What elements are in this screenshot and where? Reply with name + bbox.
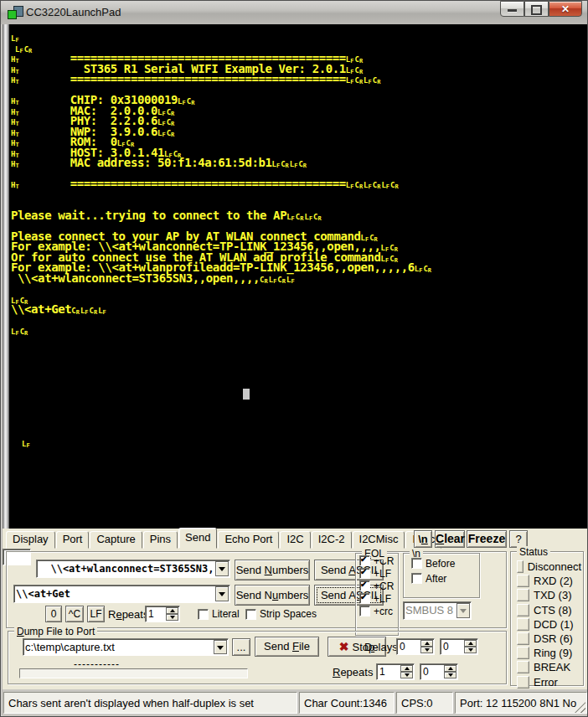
- checkbox-icon[interactable]: [245, 609, 256, 620]
- eol-checkbox-row[interactable]: +LF: [359, 593, 398, 604]
- send-history-combo-2[interactable]: \\<at+Get: [13, 585, 230, 603]
- status-indicator-row: DSR (6): [517, 632, 581, 646]
- dump-progress-bar: [19, 668, 248, 678]
- spin-down-button[interactable]: [166, 614, 178, 621]
- led-indicator-icon: [517, 632, 529, 645]
- newline-checkbox-row[interactable]: Before: [411, 558, 479, 569]
- checkbox-icon[interactable]: [359, 593, 370, 604]
- dump-repeats-label: Repeats: [333, 666, 373, 678]
- spin-down-button[interactable]: [420, 647, 433, 653]
- delay-value-1[interactable]: 0: [400, 641, 405, 653]
- dump-repeats-value[interactable]: 1: [379, 666, 385, 678]
- window-title: CC3220LaunchPad: [26, 6, 121, 18]
- newline-checkbox-row[interactable]: After: [411, 573, 479, 584]
- send-file-button[interactable]: Send File: [255, 637, 319, 657]
- tab[interactable]: Display: [6, 531, 55, 549]
- send-history-value-1[interactable]: \\<at+wlanconnect=ST365SN3,,open,,,,: [39, 562, 214, 575]
- delay-value-2[interactable]: 0: [443, 641, 449, 653]
- led-indicator-icon: [517, 604, 529, 616]
- app-icon-front: [8, 10, 17, 19]
- minimize-button[interactable]: [500, 1, 524, 17]
- tab[interactable]: Port: [56, 531, 90, 549]
- repeats-spinner[interactable]: 1: [145, 606, 180, 622]
- eol-checkbox-row[interactable]: +crc: [359, 606, 398, 616]
- clear-button[interactable]: Clear: [435, 530, 465, 548]
- checkbox-icon[interactable]: [359, 580, 370, 591]
- spin-down-button[interactable]: [444, 672, 456, 678]
- close-button[interactable]: ✕: [549, 1, 582, 17]
- spin-up-button[interactable]: [464, 640, 477, 647]
- terminal-display[interactable]: LFLFCRHT================================…: [3, 24, 587, 529]
- maximize-button[interactable]: [524, 1, 549, 17]
- spin-up-icon: [468, 642, 473, 645]
- send-history-combo-1[interactable]: \\<at+wlanconnect=ST365SN3,,open,,,,: [36, 560, 230, 578]
- status-group: Status DisconnectRXD (2)TXD (3)CTS (8)DC…: [510, 551, 584, 686]
- checkbox-icon[interactable]: [359, 568, 370, 579]
- send-numbers-button-1[interactable]: Send Numbers: [235, 560, 310, 580]
- repeats-value[interactable]: 1: [148, 608, 154, 620]
- delay-spinner-2[interactable]: 0: [440, 638, 478, 655]
- strip-spaces-checkbox[interactable]: Strip Spaces: [245, 608, 317, 620]
- freeze-button[interactable]: Freeze: [467, 530, 507, 548]
- checkbox-icon[interactable]: [359, 555, 370, 566]
- tab[interactable]: Echo Port: [218, 531, 279, 549]
- tab[interactable]: Pins: [143, 531, 178, 549]
- status-indicator-row: DCD (1): [517, 617, 581, 632]
- combo2-dropdown-button[interactable]: [215, 586, 229, 601]
- eol-checkbox-row[interactable]: +LF: [359, 568, 398, 579]
- status-indicator-row: BREAK: [517, 660, 581, 674]
- spin-up-button[interactable]: [400, 665, 413, 672]
- newline-toggle-button[interactable]: \n: [414, 530, 432, 548]
- tab-strip: DisplayPortCapturePinsSendEcho PortI2CI2…: [6, 528, 442, 549]
- dump-extra-value[interactable]: 0: [423, 666, 429, 678]
- checkbox-icon[interactable]: [359, 606, 370, 616]
- app-window: CC3220LaunchPad ✕ LFLFCRHT==============…: [0, 0, 588, 717]
- status-indicator-row: CTS (8): [517, 603, 581, 617]
- delay-spinner-1[interactable]: 0: [396, 638, 435, 655]
- send-numbers-button-2[interactable]: Send Numbers: [235, 585, 310, 606]
- spin-down-button[interactable]: [400, 672, 413, 678]
- dump-file-path[interactable]: c:\temp\capture.txt: [25, 641, 213, 653]
- tab[interactable]: I2C: [280, 531, 310, 549]
- spin-up-button[interactable]: [166, 607, 178, 614]
- send-lf-button[interactable]: LF: [87, 606, 105, 622]
- tab[interactable]: Send: [178, 528, 217, 549]
- statusbar-cps: CPS:0: [396, 692, 453, 714]
- dump-file-combo[interactable]: c:\temp\capture.txt: [23, 638, 229, 656]
- literal-checkbox[interactable]: Literal: [198, 608, 240, 620]
- smbus-select[interactable]: SMBUS 8: [403, 601, 472, 620]
- dump-extra-spinner[interactable]: 0: [420, 663, 458, 680]
- spin-up-icon: [170, 609, 175, 612]
- dump-repeats-spinner[interactable]: 1: [376, 663, 415, 680]
- spin-down-icon: [170, 616, 175, 619]
- dump-file-dropdown-button[interactable]: [214, 640, 227, 654]
- eol-checkbox-row[interactable]: +CR: [359, 580, 398, 591]
- terminal-left-scrollbar[interactable]: [3, 24, 9, 529]
- stop-x-icon: ✖: [339, 640, 349, 653]
- send-history-value-2[interactable]: \\<at+Get: [16, 587, 214, 601]
- send-zero-button[interactable]: 0: [45, 606, 62, 622]
- minimize-icon: [508, 9, 517, 12]
- checkbox-icon[interactable]: [198, 609, 209, 620]
- tab[interactable]: I2CMisc: [353, 531, 405, 549]
- close-icon: ✕: [549, 3, 581, 15]
- combo1-dropdown-button[interactable]: [215, 561, 229, 576]
- led-indicator-icon: [517, 676, 529, 689]
- spin-down-icon: [405, 673, 410, 677]
- send-ctrl-c-button[interactable]: ^C: [65, 606, 84, 622]
- title-bar[interactable]: CC3220LaunchPad ✕: [1, 1, 587, 24]
- terminal-lines: LFLFCRHT================================…: [11, 32, 587, 336]
- spin-up-button[interactable]: [444, 665, 456, 672]
- browse-file-button[interactable]: ...: [232, 638, 250, 656]
- tab[interactable]: I2C-2: [312, 531, 352, 549]
- status-indicator-row: Error: [517, 675, 581, 689]
- checkbox-icon[interactable]: [411, 558, 422, 569]
- help-button[interactable]: ?: [509, 530, 528, 548]
- spin-down-button[interactable]: [464, 647, 477, 653]
- spin-up-button[interactable]: [420, 640, 433, 647]
- eol-group: EOL +CR+LF+CR+LF+crc: [355, 553, 399, 636]
- led-indicator-icon: [517, 661, 529, 673]
- led-indicator-icon: [517, 560, 524, 573]
- tab[interactable]: Capture: [90, 531, 142, 549]
- checkbox-icon[interactable]: [411, 573, 422, 584]
